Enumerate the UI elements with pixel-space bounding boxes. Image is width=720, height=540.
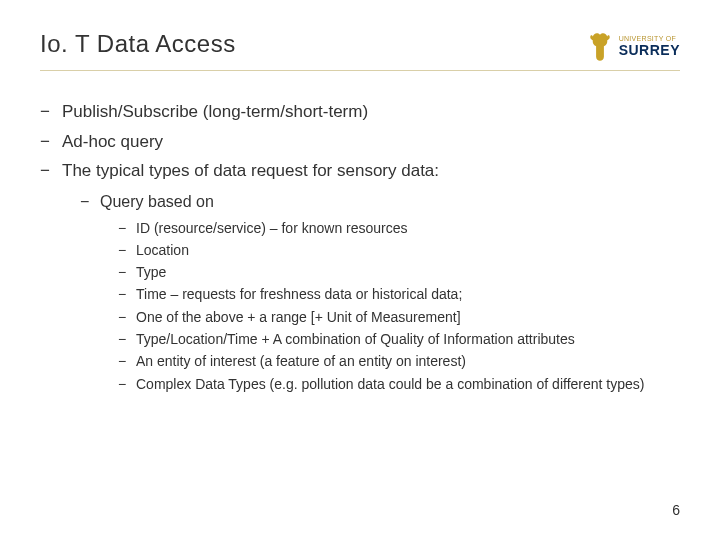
bullet-text: Ad-hoc query xyxy=(62,132,163,151)
list-item: Type/Location/Time + A combination of Qu… xyxy=(118,329,680,349)
divider xyxy=(40,70,680,71)
bullet-text: An entity of interest (a feature of an e… xyxy=(136,353,466,369)
bullet-text: Type xyxy=(136,264,166,280)
bullet-text: Complex Data Types (e.g. pollution data … xyxy=(136,376,644,392)
bullet-text: Location xyxy=(136,242,189,258)
bullet-text: Time – requests for freshness data or hi… xyxy=(136,286,462,302)
bullet-text: One of the above + a range [+ Unit of Me… xyxy=(136,309,461,325)
stag-icon xyxy=(587,30,613,64)
logo-text: UNIVERSITY OF SURREY xyxy=(619,35,680,58)
bullet-text: Publish/Subscribe (long-term/short-term) xyxy=(62,102,368,121)
list-item: Complex Data Types (e.g. pollution data … xyxy=(118,374,680,394)
bullet-list: Publish/Subscribe (long-term/short-term)… xyxy=(40,99,680,394)
bullet-text: The typical types of data request for se… xyxy=(62,161,439,180)
slide: Io. T Data Access UNIVERSITY OF SURREY P… xyxy=(0,0,720,540)
sub-list: Query based on ID (resource/service) – f… xyxy=(80,190,680,394)
list-item: Ad-hoc query xyxy=(40,129,680,155)
list-item: An entity of interest (a feature of an e… xyxy=(118,351,680,371)
bullet-text: Type/Location/Time + A combination of Qu… xyxy=(136,331,575,347)
bullet-text: Query based on xyxy=(100,193,214,210)
content: Publish/Subscribe (long-term/short-term)… xyxy=(40,99,680,394)
list-item: Location xyxy=(118,240,680,260)
page-title: Io. T Data Access xyxy=(40,30,236,58)
university-logo: UNIVERSITY OF SURREY xyxy=(587,30,680,64)
list-item: Type xyxy=(118,262,680,282)
list-item: Publish/Subscribe (long-term/short-term) xyxy=(40,99,680,125)
list-item: Time – requests for freshness data or hi… xyxy=(118,284,680,304)
list-item: One of the above + a range [+ Unit of Me… xyxy=(118,307,680,327)
list-item: Query based on ID (resource/service) – f… xyxy=(80,190,680,394)
list-item: The typical types of data request for se… xyxy=(40,158,680,394)
page-number: 6 xyxy=(672,502,680,518)
header: Io. T Data Access UNIVERSITY OF SURREY xyxy=(40,30,680,64)
logo-line2: SURREY xyxy=(619,43,680,58)
sub-sub-list: ID (resource/service) – for known resour… xyxy=(118,218,680,394)
list-item: ID (resource/service) – for known resour… xyxy=(118,218,680,238)
bullet-text: ID (resource/service) – for known resour… xyxy=(136,220,408,236)
